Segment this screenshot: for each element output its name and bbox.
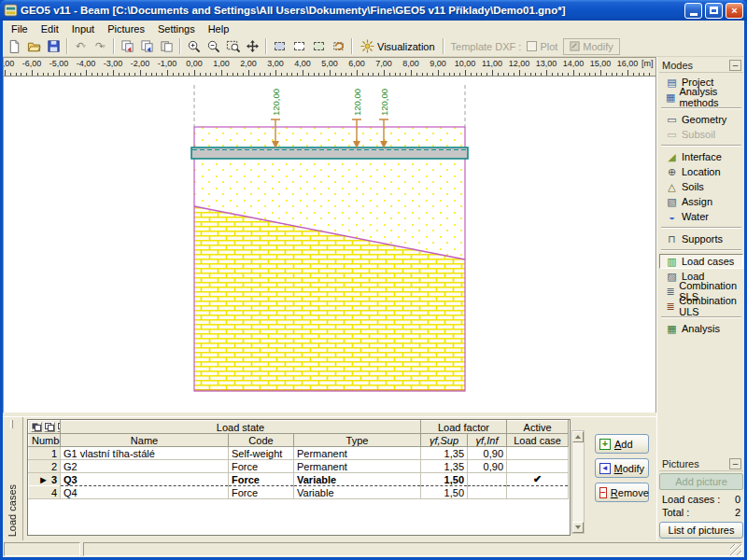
- export-table-button[interactable]: [57, 422, 61, 432]
- title-bar[interactable]: GEO5 v11 - Beam [C:\Documents and Settin…: [0, 0, 747, 21]
- list-of-pictures-button[interactable]: List of pictures: [659, 522, 743, 539]
- remove-button[interactable]: − Remove: [595, 483, 649, 502]
- pan-button[interactable]: [243, 37, 262, 55]
- zoom-in-button[interactable]: [184, 37, 204, 55]
- sidebar-item-interface[interactable]: ◢Interface: [659, 149, 743, 164]
- cell-type[interactable]: Variable: [294, 473, 421, 486]
- copy-view-icon: [140, 39, 154, 53]
- cell-gf-inf[interactable]: 0,90: [468, 460, 507, 473]
- table-row[interactable]: 1G1 vlastní tíha-stáléSelf-weightPermane…: [29, 447, 569, 460]
- sidebar-item-analysis-methods[interactable]: ▦Analysis methods: [659, 90, 743, 105]
- cell-number[interactable]: ► 3: [29, 473, 61, 486]
- zoom-out-button[interactable]: [204, 37, 223, 55]
- sidebar-item-analysis[interactable]: ▦Analysis: [659, 321, 743, 336]
- zoom-window-button[interactable]: [223, 37, 243, 55]
- scroll-up-button[interactable]: [572, 431, 584, 442]
- sidebar-item-geometry[interactable]: ▭Geometry: [659, 112, 743, 127]
- menu-input[interactable]: Input: [65, 22, 101, 35]
- ruler-tick: [32, 70, 33, 76]
- cell-code[interactable]: Force: [229, 473, 294, 486]
- close-button[interactable]: ×: [726, 3, 743, 19]
- copy-rows-button[interactable]: [44, 422, 55, 432]
- toolbar-separator: [443, 38, 444, 54]
- modify-button[interactable]: ◄ Modify: [595, 458, 649, 478]
- cell-active[interactable]: [507, 486, 569, 499]
- cell-name[interactable]: Q4: [61, 486, 229, 499]
- view-full-button[interactable]: [270, 37, 289, 55]
- view-refresh-button[interactable]: [329, 37, 348, 55]
- copy-picture-button[interactable]: [118, 37, 137, 55]
- sidebar-item-assign[interactable]: ▧Assign: [659, 194, 743, 209]
- ruler-tick: [606, 73, 607, 76]
- maximize-button[interactable]: [705, 3, 723, 19]
- cell-number[interactable]: 4: [29, 486, 61, 499]
- pictures-minimize-button[interactable]: –: [729, 458, 741, 469]
- cell-active[interactable]: ✔: [507, 473, 569, 486]
- panel-grip[interactable]: [10, 420, 13, 428]
- table-corner-cell: [29, 421, 61, 434]
- cell-code[interactable]: Self-weight: [229, 447, 294, 460]
- scroll-down-button[interactable]: [572, 522, 584, 533]
- sidebar-item-combination-uls[interactable]: ≣Combination ULS: [659, 299, 743, 314]
- modes-panel-header: Modes –: [659, 59, 743, 73]
- cell-code[interactable]: Force: [229, 460, 294, 473]
- menu-pictures[interactable]: Pictures: [101, 22, 151, 35]
- cell-gf-inf[interactable]: [468, 486, 507, 499]
- cell-gf-sup[interactable]: 1,50: [421, 473, 468, 486]
- ruler-label: -7,00: [4, 59, 14, 68]
- menu-edit[interactable]: Edit: [35, 22, 65, 35]
- cell-name[interactable]: G1 vlastní tíha-stálé: [61, 447, 229, 460]
- table-scrollbar[interactable]: [571, 430, 585, 534]
- cell-type[interactable]: Permanent: [294, 447, 421, 460]
- visualization-button[interactable]: Visualization: [356, 37, 440, 55]
- cell-active[interactable]: [507, 447, 569, 460]
- cell-number[interactable]: 1: [29, 447, 61, 460]
- sidebar-item-water[interactable]: ◒Water: [659, 209, 743, 224]
- drawing-canvas[interactable]: 120,00120,00120,00: [4, 77, 655, 413]
- panel-tab-strip[interactable]: Load cases: [3, 417, 23, 540]
- table-row[interactable]: ► 3Q3ForceVariable1,50✔: [29, 473, 569, 486]
- cell-name[interactable]: G2: [61, 460, 229, 473]
- modes-minimize-button[interactable]: –: [729, 60, 741, 71]
- minimize-button[interactable]: [684, 3, 702, 19]
- view-region-button[interactable]: [309, 37, 329, 55]
- load-icon: ▨: [666, 272, 678, 282]
- ruler-tick: [449, 73, 450, 76]
- copy-view-button[interactable]: [137, 37, 157, 55]
- cell-gf-sup[interactable]: 1,35: [421, 447, 468, 460]
- sidebar-item-supports[interactable]: ⊓Supports: [659, 231, 743, 246]
- plot-checkbox-group: Plot: [527, 41, 557, 52]
- cell-number[interactable]: 2: [29, 460, 61, 473]
- project-icon: ▤: [666, 77, 678, 88]
- copy-table-button[interactable]: [31, 422, 42, 432]
- resize-grip[interactable]: [730, 544, 741, 555]
- cell-type[interactable]: Variable: [294, 486, 421, 499]
- menu-file[interactable]: File: [5, 22, 35, 35]
- cell-active[interactable]: [507, 460, 569, 473]
- sidebar-item-soils[interactable]: △Soils: [659, 179, 743, 194]
- cell-gf-inf[interactable]: 0,90: [468, 447, 507, 460]
- sidebar-item-label: Geometry: [682, 114, 726, 125]
- view-frame-icon: [294, 42, 304, 50]
- save-button[interactable]: [44, 37, 63, 55]
- cell-gf-inf[interactable]: [468, 473, 507, 486]
- paste-picture-button[interactable]: [157, 37, 176, 55]
- cell-gf-sup[interactable]: 1,50: [421, 486, 468, 499]
- cell-gf-sup[interactable]: 1,35: [421, 460, 468, 473]
- table-row[interactable]: 2G2ForcePermanent1,350,90: [29, 460, 569, 473]
- new-file-button[interactable]: [5, 37, 24, 55]
- ruler-tick: [514, 73, 514, 76]
- ruler-label: -2,00: [131, 59, 150, 68]
- sidebar-item-location[interactable]: ⊕Location: [659, 164, 743, 179]
- view-frame-button[interactable]: [289, 37, 309, 55]
- add-button[interactable]: + Add: [595, 434, 649, 454]
- cell-type[interactable]: Permanent: [294, 460, 421, 473]
- cell-name[interactable]: Q3: [61, 473, 229, 486]
- menu-help[interactable]: Help: [202, 22, 236, 35]
- menu-settings[interactable]: Settings: [151, 22, 202, 35]
- cell-code[interactable]: Force: [229, 486, 294, 499]
- table-row[interactable]: 4Q4ForceVariable1,50: [29, 486, 569, 499]
- location-icon: ⊕: [666, 167, 678, 177]
- sidebar-item-load-cases[interactable]: ▥Load cases: [659, 254, 743, 269]
- open-file-button[interactable]: [24, 37, 44, 55]
